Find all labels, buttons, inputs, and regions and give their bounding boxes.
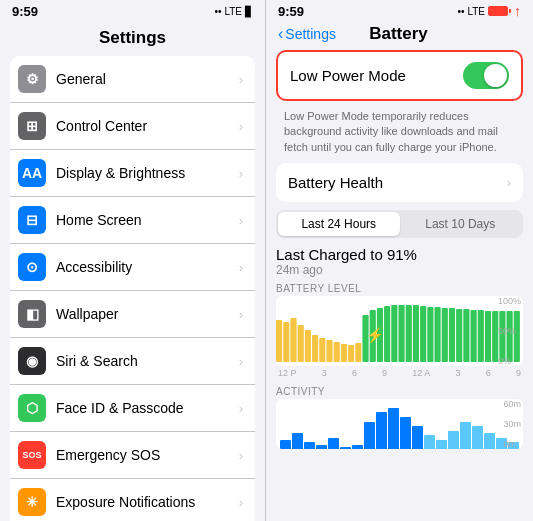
svg-rect-4 xyxy=(305,330,311,362)
battery-health-row[interactable]: Battery Health › xyxy=(276,163,523,202)
right-signal-icon: •• LTE xyxy=(458,6,485,17)
activity-bar xyxy=(352,445,363,450)
right-content: Low Power Mode Low Power Mode temporaril… xyxy=(266,50,533,521)
battery-level-section: BATTERY LEVEL xyxy=(276,283,523,378)
svg-rect-1 xyxy=(283,322,289,362)
accessibility-icon: ⊙ xyxy=(18,253,46,281)
activity-bar xyxy=(472,426,483,449)
svg-rect-9 xyxy=(341,344,347,362)
svg-rect-10 xyxy=(348,345,354,362)
settings-list: ⚙General›⊞Control Center›AADisplay & Bri… xyxy=(0,56,265,521)
activity-bar xyxy=(424,435,435,449)
right-status-bar: 9:59 •• LTE ↑ xyxy=(266,0,533,22)
sos-label: Emergency SOS xyxy=(56,447,235,463)
home-screen-label: Home Screen xyxy=(56,212,235,228)
back-label: Settings xyxy=(285,26,336,42)
siri-icon: ◉ xyxy=(18,347,46,375)
display-label: Display & Brightness xyxy=(56,165,235,181)
activity-bar xyxy=(304,442,315,449)
activity-bar xyxy=(448,431,459,449)
svg-rect-26 xyxy=(463,309,469,362)
wallpaper-chevron-icon: › xyxy=(239,307,243,322)
back-button[interactable]: ‹ Settings xyxy=(278,25,336,43)
activity-label: ACTIVITY xyxy=(276,386,523,397)
charge-info: Last Charged to 91% 24m ago xyxy=(276,246,523,277)
general-label: General xyxy=(56,71,235,87)
activity-bar xyxy=(412,426,423,449)
signal-icon: •• LTE xyxy=(215,6,242,17)
back-chevron-icon: ‹ xyxy=(278,25,283,43)
y-100: 100% xyxy=(498,296,521,306)
exposure-chevron-icon: › xyxy=(239,495,243,510)
activity-section: ACTIVITY xyxy=(276,386,523,449)
svg-rect-7 xyxy=(326,340,332,362)
activity-bar xyxy=(376,412,387,449)
exposure-label: Exposure Notifications xyxy=(56,494,235,510)
svg-rect-6 xyxy=(319,338,325,362)
settings-item-accessibility[interactable]: ⊙Accessibility› xyxy=(10,244,255,291)
settings-item-wallpaper[interactable]: ◧Wallpaper› xyxy=(10,291,255,338)
svg-rect-11 xyxy=(355,343,361,362)
activity-bar xyxy=(400,417,411,449)
activity-bar xyxy=(460,422,471,450)
svg-rect-27 xyxy=(471,310,477,362)
activity-bar xyxy=(364,422,375,450)
svg-rect-29 xyxy=(485,311,491,362)
low-power-toggle[interactable] xyxy=(463,62,509,89)
svg-rect-15 xyxy=(384,306,390,362)
settings-item-home-screen[interactable]: ⊟Home Screen› xyxy=(10,197,255,244)
battery-chart: ⚡ 100% 50% 0% xyxy=(276,296,523,366)
battery-level-label: BATTERY LEVEL xyxy=(276,283,523,294)
left-status-icons: •• LTE ▊ xyxy=(215,6,253,17)
battery-icon: ▊ xyxy=(245,6,253,17)
charge-title: Last Charged to 91% xyxy=(276,246,523,263)
charge-subtitle: 24m ago xyxy=(276,263,523,277)
accessibility-chevron-icon: › xyxy=(239,260,243,275)
activity-bar xyxy=(436,440,447,449)
low-power-description: Low Power Mode temporarily reduces backg… xyxy=(276,105,523,163)
battery-health-chevron-icon: › xyxy=(507,175,511,190)
svg-rect-17 xyxy=(398,305,404,362)
left-panel: 9:59 •• LTE ▊ Settings ⚙General›⊞Control… xyxy=(0,0,266,521)
settings-item-sos[interactable]: SOSEmergency SOS› xyxy=(10,432,255,479)
svg-rect-28 xyxy=(478,310,484,362)
y-50: 50% xyxy=(498,326,521,336)
home-screen-chevron-icon: › xyxy=(239,213,243,228)
faceid-icon: ⬡ xyxy=(18,394,46,422)
svg-rect-24 xyxy=(449,308,455,362)
tab-10d[interactable]: Last 10 Days xyxy=(400,212,522,236)
tab-24h[interactable]: Last 24 Hours xyxy=(278,212,400,236)
settings-item-exposure[interactable]: ✳Exposure Notifications› xyxy=(10,479,255,521)
battery-x-axis: 12 P 3 6 9 12 A 3 6 9 xyxy=(276,368,523,378)
svg-rect-25 xyxy=(456,309,462,362)
battery-arrow-icon: ↑ xyxy=(514,3,521,19)
settings-item-general[interactable]: ⚙General› xyxy=(10,56,255,103)
sos-chevron-icon: › xyxy=(239,448,243,463)
svg-rect-23 xyxy=(442,308,448,362)
control-center-label: Control Center xyxy=(56,118,235,134)
battery-health-label: Battery Health xyxy=(288,174,503,191)
svg-rect-0 xyxy=(276,320,282,362)
activity-bar xyxy=(292,433,303,449)
activity-bar xyxy=(340,447,351,449)
svg-rect-22 xyxy=(434,307,440,362)
right-panel-title: Battery xyxy=(369,24,428,44)
svg-rect-3 xyxy=(298,325,304,362)
svg-rect-5 xyxy=(312,335,318,362)
settings-item-siri[interactable]: ◉Siri & Search› xyxy=(10,338,255,385)
settings-item-faceid[interactable]: ⬡Face ID & Passcode› xyxy=(10,385,255,432)
activity-bar xyxy=(484,433,495,449)
settings-item-control-center[interactable]: ⊞Control Center› xyxy=(10,103,255,150)
faceid-chevron-icon: › xyxy=(239,401,243,416)
svg-rect-21 xyxy=(427,307,433,362)
svg-text:⚡: ⚡ xyxy=(366,326,384,344)
right-status-icons: •• LTE ↑ xyxy=(458,3,521,19)
general-chevron-icon: › xyxy=(239,72,243,87)
accessibility-label: Accessibility xyxy=(56,259,235,275)
svg-rect-2 xyxy=(290,318,296,362)
left-panel-title: Settings xyxy=(0,22,265,56)
sos-icon: SOS xyxy=(18,441,46,469)
settings-item-display[interactable]: AADisplay & Brightness› xyxy=(10,150,255,197)
faceid-label: Face ID & Passcode xyxy=(56,400,235,416)
siri-chevron-icon: › xyxy=(239,354,243,369)
